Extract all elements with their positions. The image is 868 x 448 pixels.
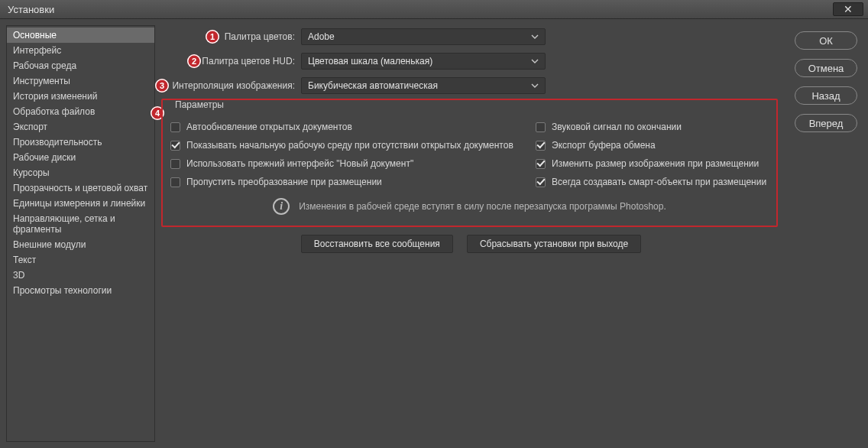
bottom-buttons: Восстановить все сообщения Сбрасывать ус… — [160, 235, 782, 253]
label-legacy-new-doc: Использовать прежний интерфейс "Новый до… — [186, 158, 413, 169]
label-color-picker: Палитра цветов: — [160, 31, 301, 42]
cancel-button[interactable]: Отмена — [795, 59, 857, 77]
checkbox-columns: Автообновление открытых документов Показ… — [170, 108, 769, 187]
dropdown-hud-color-picker[interactable]: Цветовая шкала (маленькая) — [301, 53, 546, 70]
info-row: i Изменения в рабочей среде вступят в си… — [170, 198, 769, 215]
checkbox-resize-on-place[interactable] — [536, 159, 546, 169]
row-image-interpolation: 3 Интерполяция изображения: Бикубическая… — [160, 77, 782, 94]
opt-beep[interactable]: Звуковой сигнал по окончании — [536, 122, 769, 132]
row-hud-color-picker: 2 Палитра цветов HUD: Цветовая шкала (ма… — [160, 53, 782, 70]
checkbox-show-start[interactable] — [170, 141, 180, 151]
sidebar-item-units-rulers[interactable]: Единицы измерения и линейки — [7, 196, 154, 211]
row-color-picker: 1 Палитра цветов: Adobe — [160, 28, 782, 45]
checkbox-col-right: Звуковой сигнал по окончании Экспорт буф… — [536, 114, 769, 187]
sidebar-item-file-handling[interactable]: Обработка файлов — [7, 104, 154, 119]
prev-button[interactable]: Назад — [795, 86, 857, 105]
label-smart-objects: Всегда создавать смарт-объекты при разме… — [552, 177, 766, 187]
label-resize-on-place: Изменить размер изображения при размещен… — [552, 158, 759, 169]
dropdown-image-interpolation[interactable]: Бикубическая автоматическая — [301, 77, 546, 94]
label-show-start: Показывать начальную рабочую среду при о… — [186, 140, 513, 151]
sidebar: Основные Интерфейс Рабочая среда Инструм… — [6, 25, 155, 442]
annotation-marker-3: 3 — [155, 79, 169, 93]
titlebar[interactable]: Установки ✕ — [0, 0, 868, 19]
reset-dialogs-button[interactable]: Восстановить все сообщения — [301, 235, 453, 253]
sidebar-item-3d[interactable]: 3D — [7, 268, 154, 283]
chevron-down-icon — [531, 83, 539, 88]
ok-button[interactable]: ОК — [795, 31, 857, 50]
opt-auto-update[interactable]: Автообновление открытых документов — [170, 122, 536, 132]
chevron-down-icon — [531, 34, 539, 39]
sidebar-item-type[interactable]: Текст — [7, 252, 154, 268]
opt-skip-transform[interactable]: Пропустить преобразование при размещении — [170, 177, 536, 187]
opt-smart-objects[interactable]: Всегда создавать смарт-объекты при разме… — [536, 177, 769, 187]
sidebar-item-cursors[interactable]: Курсоры — [7, 165, 154, 180]
checkbox-skip-transform[interactable] — [170, 177, 180, 187]
fieldset-legend: Параметры — [172, 99, 227, 110]
checkbox-export-clipboard[interactable] — [536, 141, 546, 151]
label-beep: Звуковой сигнал по окончании — [552, 122, 682, 132]
label-auto-update: Автообновление открытых документов — [186, 122, 352, 132]
dropdown-hud-color-picker-value: Цветовая шкала (маленькая) — [308, 56, 432, 67]
info-icon: i — [273, 198, 290, 215]
sidebar-item-general[interactable]: Основные — [7, 28, 154, 43]
sidebar-item-performance[interactable]: Производительность — [7, 135, 154, 150]
close-button[interactable]: ✕ — [833, 2, 863, 16]
sidebar-item-scratch-disks[interactable]: Рабочие диски — [7, 150, 154, 165]
annotation-marker-2: 2 — [187, 54, 201, 68]
sidebar-item-tools[interactable]: Инструменты — [7, 73, 154, 89]
label-export-clipboard: Экспорт буфера обмена — [552, 140, 656, 151]
checkbox-col-left: Автообновление открытых документов Показ… — [170, 114, 536, 187]
info-text: Изменения в рабочей среде вступят в силу… — [299, 201, 666, 212]
checkbox-legacy-new-doc[interactable] — [170, 159, 180, 169]
label-image-interpolation: Интерполяция изображения: — [160, 80, 301, 91]
options-fieldset: Параметры Автообновление открытых докуме… — [161, 99, 778, 227]
sidebar-item-history[interactable]: История изменений — [7, 89, 154, 104]
window-title: Установки — [5, 4, 833, 15]
sidebar-item-guides-grid[interactable]: Направляющие, сетка и фрагменты — [7, 211, 154, 237]
sidebar-item-tech-previews[interactable]: Просмотры технологии — [7, 283, 154, 298]
checkbox-auto-update[interactable] — [170, 122, 180, 132]
dropdown-color-picker[interactable]: Adobe — [301, 28, 546, 45]
opt-show-start[interactable]: Показывать начальную рабочую среду при о… — [170, 140, 536, 151]
label-hud-color-picker: Палитра цветов HUD: — [160, 56, 301, 67]
checkbox-beep[interactable] — [536, 122, 546, 132]
sidebar-item-transparency-gamut[interactable]: Прозрачность и цветовой охват — [7, 180, 154, 196]
dropdown-image-interpolation-value: Бикубическая автоматическая — [308, 80, 438, 91]
sidebar-item-plugins[interactable]: Внешние модули — [7, 237, 154, 252]
reset-on-quit-button[interactable]: Сбрасывать установки при выходе — [467, 235, 641, 253]
chevron-down-icon — [531, 59, 539, 63]
annotation-marker-1: 1 — [206, 30, 219, 44]
dropdown-color-picker-value: Adobe — [308, 31, 335, 42]
sidebar-item-workspace[interactable]: Рабочая среда — [7, 58, 154, 73]
content-area: Основные Интерфейс Рабочая среда Инструм… — [0, 19, 868, 448]
right-button-column: ОК Отмена Назад Вперед — [790, 25, 862, 442]
sidebar-item-export[interactable]: Экспорт — [7, 119, 154, 135]
main-panel: 1 Палитра цветов: Adobe 2 Палитра цветов… — [158, 25, 787, 442]
label-skip-transform: Пропустить преобразование при размещении — [186, 177, 382, 187]
preferences-window: Установки ✕ Основные Интерфейс Рабочая с… — [0, 0, 868, 448]
next-button[interactable]: Вперед — [795, 114, 857, 132]
opt-export-clipboard[interactable]: Экспорт буфера обмена — [536, 140, 769, 151]
opt-legacy-new-doc[interactable]: Использовать прежний интерфейс "Новый до… — [170, 158, 536, 169]
checkbox-smart-objects[interactable] — [536, 177, 546, 187]
close-icon: ✕ — [844, 4, 853, 15]
opt-resize-on-place[interactable]: Изменить размер изображения при размещен… — [536, 158, 769, 169]
sidebar-item-interface[interactable]: Интерфейс — [7, 43, 154, 58]
